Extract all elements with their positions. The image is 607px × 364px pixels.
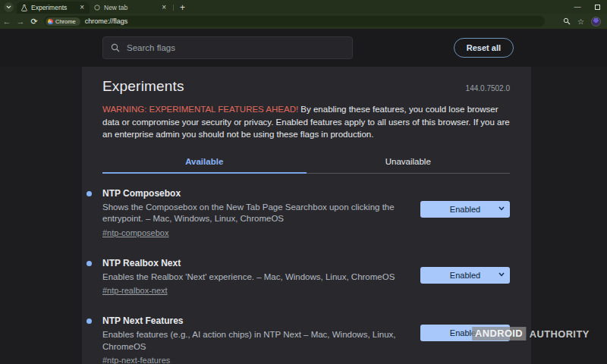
flag-text: NTP Composebox Shows the Composebox on t… [102, 188, 414, 239]
site-chip[interactable]: Chrome [46, 17, 80, 26]
reload-icon[interactable]: ⟳ [27, 17, 41, 27]
profile-avatar[interactable] [591, 17, 601, 27]
flag-permalink[interactable]: #ntp-next-features [102, 356, 170, 364]
bookmark-star-icon[interactable]: ☆ [577, 17, 584, 26]
warning-text: WARNING: EXPERIMENTAL FEATURES AHEAD! By… [102, 103, 510, 141]
flag-description: Enables features (e.g., AI action chips)… [102, 329, 414, 353]
search-icon [111, 43, 120, 52]
flag-description: Shows the Composebox on the New Tab Page… [102, 202, 414, 225]
flag-permalink[interactable]: #ntp-composebox [102, 228, 168, 237]
flag-text: NTP Realbox Next Enables the Realbox 'Ne… [102, 258, 414, 297]
watermark-android: ANDROID [472, 327, 526, 340]
flag-name: NTP Composebox [102, 188, 414, 199]
warning-highlight: WARNING: EXPERIMENTAL FEATURES AHEAD! [102, 105, 298, 114]
flag-row-ntp-next-features: NTP Next Features Enables features (e.g.… [102, 315, 510, 364]
flag-permalink[interactable]: #ntp-realbox-next [102, 286, 168, 295]
tab-unavailable[interactable]: Unavailable [307, 152, 511, 174]
url-text: chrome://flags [85, 17, 128, 25]
flag-state-select[interactable]: Enabled [420, 267, 510, 284]
flag-bullet-icon [86, 191, 92, 196]
back-icon[interactable]: ← [0, 17, 14, 26]
tab-title: New tab [104, 4, 161, 11]
tab-title: Experiments [31, 4, 79, 11]
minimize-button[interactable]: — [568, 0, 587, 14]
tab-available[interactable]: Available [102, 152, 307, 174]
lens-search-icon[interactable] [563, 17, 571, 25]
title-row: Experiments 144.0.7502.0 [102, 78, 510, 95]
flag-description: Enables the Realbox 'Next' experience. –… [102, 271, 414, 284]
flag-bullet-icon [86, 261, 92, 266]
flag-list: NTP Composebox Shows the Composebox on t… [102, 188, 510, 364]
flag-state-value: Enabled [450, 271, 480, 280]
chevron-down-icon [6, 5, 11, 9]
availability-tabs: Available Unavailable [102, 152, 510, 174]
flag-state-value: Enabled [450, 205, 480, 214]
tab-strip: Experiments × New tab × + — [0, 0, 607, 14]
tab-close-icon[interactable]: × [79, 5, 85, 11]
tab-divider [173, 5, 174, 11]
flags-content: Experiments 144.0.7502.0 WARNING: EXPERI… [82, 67, 531, 364]
reset-all-button[interactable]: Reset all [454, 38, 514, 58]
globe-icon [94, 5, 100, 11]
toolbar-actions: ☆ [563, 17, 607, 27]
browser-window: Experiments × New tab × + — ← → ⟳ Chr [0, 0, 607, 364]
watermark-authority: AUTHORITY [530, 328, 590, 340]
tab-close-icon[interactable]: × [161, 5, 167, 11]
chrome-logo-icon [48, 19, 53, 24]
flags-page: Experiments 144.0.7502.0 WARNING: EXPERI… [0, 67, 607, 364]
address-bar[interactable]: Chrome chrome://flags [44, 16, 545, 27]
tab-new-tab[interactable]: New tab × [90, 2, 171, 14]
window-controls: — [568, 0, 607, 14]
chevron-down-icon [498, 206, 505, 211]
flags-search-box[interactable] [102, 36, 353, 59]
flag-state-select[interactable]: Enabled [420, 201, 510, 218]
flags-search-header: Reset all [0, 29, 607, 67]
new-tab-button[interactable]: + [180, 4, 185, 11]
forward-icon[interactable]: → [14, 17, 27, 26]
maximize-button[interactable] [587, 0, 607, 14]
chevron-down-icon [498, 272, 505, 277]
flag-row-ntp-realbox-next: NTP Realbox Next Enables the Realbox 'Ne… [102, 258, 510, 297]
site-chip-label: Chrome [55, 18, 76, 25]
search-input[interactable] [127, 43, 344, 52]
flag-row-ntp-composebox: NTP Composebox Shows the Composebox on t… [102, 188, 510, 239]
version-label: 144.0.7502.0 [466, 84, 510, 93]
page-title: Experiments [102, 78, 184, 95]
android-authority-watermark: ANDROID AUTHORITY [472, 327, 590, 340]
flag-name: NTP Next Features [102, 315, 414, 326]
flask-icon [21, 5, 27, 11]
flag-text: NTP Next Features Enables features (e.g.… [102, 315, 414, 364]
flag-bullet-icon [86, 318, 92, 324]
tab-experiments[interactable]: Experiments × [17, 2, 90, 14]
browser-toolbar: ← → ⟳ Chrome chrome://flags ☆ [0, 14, 607, 29]
flag-name: NTP Realbox Next [102, 258, 414, 268]
tab-search-button[interactable] [4, 2, 14, 12]
